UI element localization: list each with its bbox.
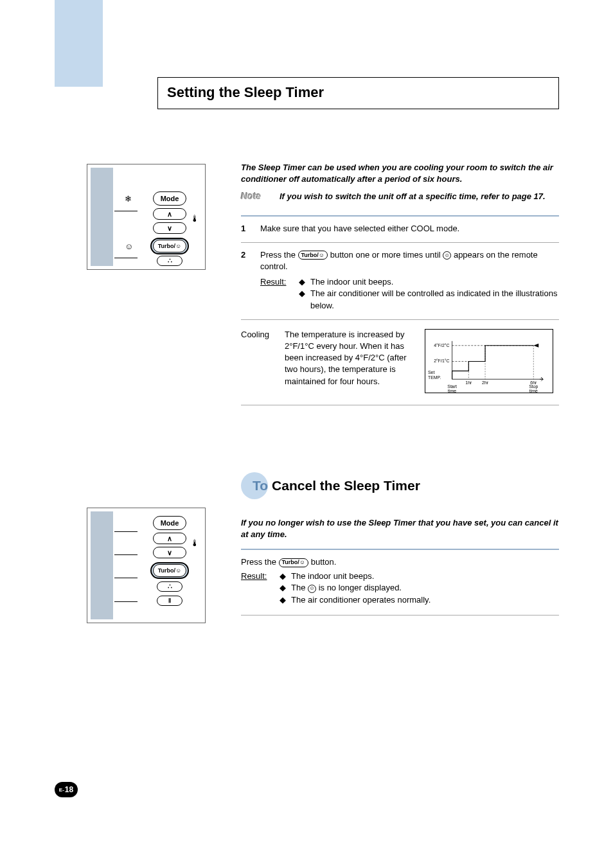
content-section-1: The Sleep Timer can be used when you are… xyxy=(241,162,559,405)
swing-button: ⦀ xyxy=(157,596,182,606)
chart-svg: 4°F/2°C 2°F/1°C Set TEMP. 1hr 2hr 6hr St… xyxy=(425,330,553,393)
heading-to: To xyxy=(253,478,268,493)
thermometer-icon: 🌡 xyxy=(190,538,199,548)
turbo-sleep-button: Turbo/☺ xyxy=(153,240,186,252)
divider xyxy=(241,405,559,405)
thermometer-icon: 🌡 xyxy=(190,213,199,224)
bullet-text: The indoor unit beeps. xyxy=(291,571,374,582)
heading-rest: Cancel the Sleep Timer xyxy=(272,478,420,493)
cooling-label: Cooling xyxy=(241,329,273,393)
cooling-description: The temperature is increased by 2°F/1°C … xyxy=(285,329,413,393)
svg-text:time: time xyxy=(529,389,538,393)
cooling-chart: 4°F/2°C 2°F/1°C Set TEMP. 1hr 2hr 6hr St… xyxy=(425,329,553,393)
up-button: ∧ xyxy=(153,208,186,220)
result-row: Result: ◆The indoor unit beeps. ◆The air… xyxy=(260,276,559,312)
result-row: Result: ◆The indoor unit beeps. ◆The ☺ i… xyxy=(241,571,559,606)
bullet-text: The indoor unit beeps. xyxy=(310,276,393,288)
cancel-step: Press the Turbo/☺ button. Result: ◆The i… xyxy=(241,550,559,615)
bullet-icon: ◆ xyxy=(299,288,305,311)
page: Setting the Sleep Timer ❄ ☺ Mode ∧ ∨ 🌡 T… xyxy=(0,0,613,868)
note-row: Note If you wish to switch the unit off … xyxy=(241,191,559,202)
svg-text:Set: Set xyxy=(428,370,434,375)
svg-text:1hr: 1hr xyxy=(465,380,472,385)
snowflake-icon: ❄ xyxy=(125,194,132,204)
fan-button: ∴ xyxy=(157,256,182,266)
svg-text:2°F/1°C: 2°F/1°C xyxy=(434,359,449,363)
bullet-list: ◆The indoor unit beeps. ◆The ☺ is no lon… xyxy=(280,571,559,606)
step-2: 2 Press the Turbo/☺ button one or more t… xyxy=(241,243,559,319)
turbo-sleep-button: Turbo/☺ xyxy=(153,564,186,577)
bullet-icon: ◆ xyxy=(280,594,286,606)
intro-text: The Sleep Timer can be used when you are… xyxy=(241,162,559,184)
page-number-badge: E-18 xyxy=(55,782,78,797)
bullet-icon: ◆ xyxy=(299,276,305,288)
svg-text:time: time xyxy=(448,389,456,393)
result-label: Result: xyxy=(260,276,291,312)
svg-text:Start: Start xyxy=(447,384,457,389)
down-button: ∨ xyxy=(153,547,186,558)
mode-button: Mode xyxy=(153,516,186,530)
bullet-text: The ☺ is no longer displayed. xyxy=(291,582,402,594)
page-title-box: Setting the Sleep Timer xyxy=(157,77,559,109)
page-title: Setting the Sleep Timer xyxy=(167,84,549,101)
remote-illustration-2: Mode ∧ ∨ 🌡 Turbo/☺ ∴ ⦀ xyxy=(87,508,206,623)
turbo-sleep-inline-icon: Turbo/☺ xyxy=(298,251,328,260)
remote-illustration-1: ❄ ☺ Mode ∧ ∨ 🌡 Turbo/☺ ∴ xyxy=(87,164,206,270)
turbo-sleep-inline-icon: Turbo/☺ xyxy=(279,558,309,567)
fan-button: ∴ xyxy=(157,581,182,592)
sleep-face-icon: ☺ xyxy=(125,242,133,251)
sleep-inline-icon: ☺ xyxy=(308,585,316,593)
result-label: Result: xyxy=(241,571,272,606)
bullet-text: The air conditioner operates normally. xyxy=(291,594,431,606)
svg-marker-7 xyxy=(533,344,538,348)
down-button: ∨ xyxy=(153,222,186,234)
step-text: Make sure that you have selected either … xyxy=(260,223,559,235)
decorative-band xyxy=(55,0,103,87)
note-label: Note xyxy=(241,191,268,202)
cooling-block: Cooling The temperature is increased by … xyxy=(241,320,559,405)
cancel-intro: If you no longer wish to use the Sleep T… xyxy=(241,517,559,540)
mode-button: Mode xyxy=(153,191,186,206)
step-number: 2 xyxy=(241,249,250,312)
step-1: 1 Make sure that you have selected eithe… xyxy=(241,217,559,242)
up-button: ∧ xyxy=(153,533,186,544)
bullet-text: The air conditioner will be controlled a… xyxy=(310,288,559,311)
step-number: 1 xyxy=(241,223,250,235)
step-body: Press the Turbo/☺ button one or more tim… xyxy=(260,249,559,312)
content-section-2: If you no longer wish to use the Sleep T… xyxy=(241,517,559,616)
note-text: If you wish to switch the unit off at a … xyxy=(280,191,546,202)
svg-text:TEMP.: TEMP. xyxy=(428,375,441,380)
cancel-heading: To Cancel the Sleep Timer xyxy=(241,472,420,499)
divider xyxy=(241,615,559,616)
bullet-icon: ◆ xyxy=(280,571,286,582)
svg-text:2hr: 2hr xyxy=(482,380,489,385)
sleep-inline-icon: ☺ xyxy=(443,251,451,260)
bullet-icon: ◆ xyxy=(280,582,286,594)
svg-text:4°F/2°C: 4°F/2°C xyxy=(434,342,449,347)
bullet-list: ◆The indoor unit beeps. ◆The air conditi… xyxy=(299,276,559,312)
